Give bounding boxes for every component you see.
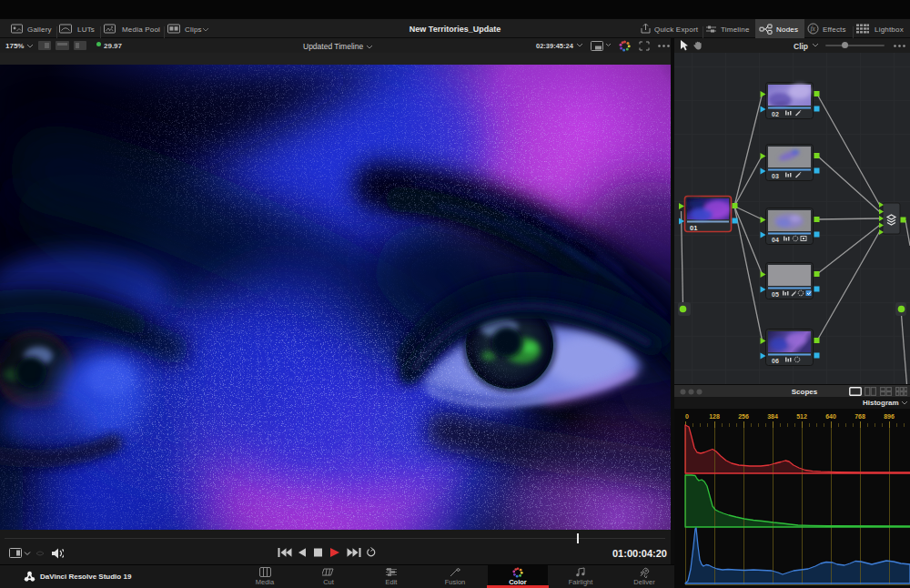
svg-text:01: 01 (690, 224, 697, 232)
svg-text:512: 512 (796, 413, 807, 420)
svg-text:128: 128 (709, 413, 720, 420)
svg-text:256: 256 (738, 413, 749, 420)
svg-text:05: 05 (772, 291, 779, 298)
svg-text:02: 02 (772, 111, 779, 117)
svg-text:06: 06 (772, 358, 779, 364)
svg-text:0: 0 (685, 413, 689, 420)
svg-text:03: 03 (772, 173, 779, 179)
svg-text:896: 896 (884, 413, 895, 420)
svg-text:768: 768 (854, 413, 865, 420)
svg-text:04: 04 (772, 237, 779, 243)
svg-text:384: 384 (767, 413, 778, 420)
svg-text:fx: fx (810, 25, 815, 33)
svg-text:640: 640 (825, 413, 836, 420)
